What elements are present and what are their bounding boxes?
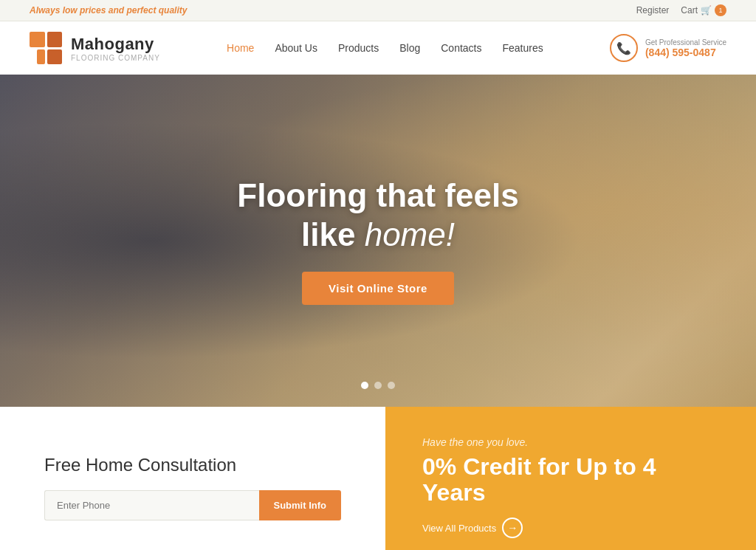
logo-text: Mahogany Flooring company [71, 35, 160, 62]
arrow-right-icon: → [502, 518, 523, 538]
nav-contacts[interactable]: Contacts [441, 42, 481, 54]
phone-label: Get Professional Service [645, 38, 726, 47]
hero-cta-button[interactable]: Visit Online Store [302, 272, 454, 305]
top-bar: Always low prices and perfect quality Re… [0, 0, 756, 21]
logo-sub: Flooring company [71, 54, 160, 62]
hero-title: Flooring that feels like home! [237, 176, 518, 255]
promo-title: 0% Credit for Up to 4 Years [422, 454, 719, 506]
tagline: Always low prices and perfect quality [30, 5, 187, 16]
cart-icon: 🛒 [701, 5, 712, 16]
view-all-button[interactable]: View All Products → [422, 518, 719, 538]
below-hero: Free Home Consultation Submit Info Have … [0, 407, 756, 550]
header: Mahogany Flooring company Home About Us … [0, 21, 756, 75]
nav-blog[interactable]: Blog [399, 42, 420, 54]
hero-title-italic: home! [365, 216, 455, 252]
header-right: 📞 Get Professional Service (844) 595-048… [610, 34, 726, 62]
phone-text: Get Professional Service (844) 595-0487 [645, 38, 726, 58]
main-nav: Home About Us Products Blog Contacts Fea… [227, 42, 543, 54]
phone-input[interactable] [44, 490, 259, 520]
nav-home[interactable]: Home [227, 42, 254, 54]
logo[interactable]: Mahogany Flooring company [30, 32, 160, 64]
logo-name: Mahogany [71, 35, 160, 54]
nav-features[interactable]: Features [503, 42, 543, 54]
cart-wrap[interactable]: Cart 🛒 1 [681, 4, 726, 16]
hero-section: Flooring that feels like home! Visit Onl… [0, 75, 756, 407]
consultation-panel: Free Home Consultation Submit Info [0, 407, 385, 550]
hero-title-line1: Flooring that feels [237, 177, 518, 213]
top-bar-links: Register Cart 🛒 1 [636, 4, 726, 16]
nav-about[interactable]: About Us [275, 42, 317, 54]
hero-title-line2: like [301, 216, 365, 252]
promo-sub: Have the one you love. [422, 436, 719, 448]
submit-button[interactable]: Submit Info [259, 490, 342, 520]
view-all-label: View All Products [422, 523, 496, 534]
phone-icon: 📞 [610, 34, 638, 62]
promo-panel: Have the one you love. 0% Credit for Up … [385, 407, 756, 550]
hero-content: Flooring that feels like home! Visit Onl… [0, 75, 756, 407]
cart-label: Cart [681, 5, 698, 16]
consultation-form: Submit Info [44, 490, 341, 520]
tagline-rest: low prices and perfect quality [63, 5, 188, 16]
register-link[interactable]: Register [636, 5, 670, 16]
phone-number[interactable]: (844) 595-0487 [645, 47, 726, 58]
tagline-italic: Always [30, 5, 60, 16]
consultation-title: Free Home Consultation [44, 455, 341, 475]
nav-products[interactable]: Products [338, 42, 379, 54]
cart-badge: 1 [715, 4, 726, 16]
logo-icon [30, 32, 62, 64]
